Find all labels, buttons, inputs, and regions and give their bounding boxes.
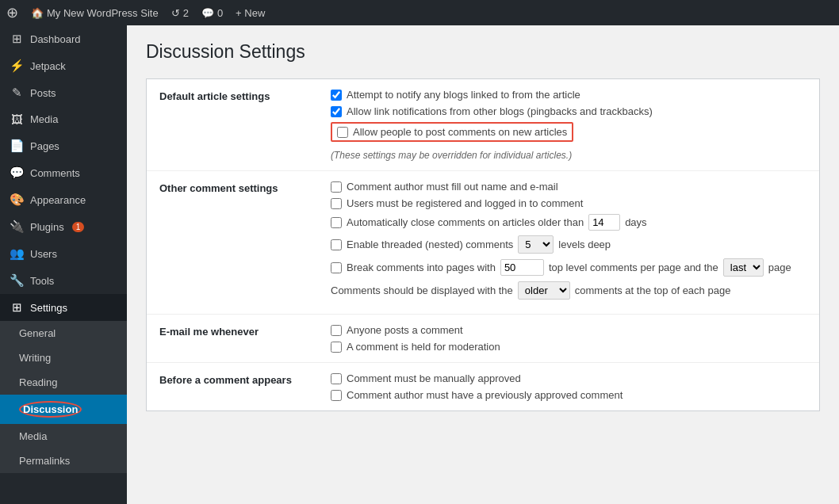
sidebar-label-general: General (19, 327, 56, 339)
default-article-content: Attempt to notify any blogs linked to fr… (331, 89, 806, 161)
page-order-select[interactable]: firstlast (723, 258, 764, 277)
anyone-posts-row: Anyone posts a comment (331, 324, 806, 336)
sidebar-label-comments: Comments (30, 167, 80, 179)
home-icon: 🏠 (31, 7, 44, 19)
break-pages-label[interactable]: Break comments into pages with (347, 262, 496, 273)
site-name-button[interactable]: 🏠 My New WordPress Site (31, 7, 159, 19)
email-me-content: Anyone posts a comment A comment is held… (331, 324, 806, 353)
sidebar-item-posts[interactable]: ✎ Posts (0, 79, 127, 106)
notify-blogs-row: Attempt to notify any blogs linked to fr… (331, 89, 806, 101)
top-of-page-label: comments at the top of each page (575, 284, 731, 296)
sidebar-item-general[interactable]: General (0, 321, 127, 346)
author-name-row: Comment author must fill out name and e-… (331, 181, 806, 193)
wp-logo-button[interactable]: ⊕ (6, 4, 18, 21)
sidebar-label-settings: Settings (30, 302, 67, 314)
sidebar-label-reading: Reading (19, 376, 57, 388)
display-order-select[interactable]: oldernewer (518, 281, 570, 300)
allow-comments-checkbox[interactable] (337, 127, 348, 138)
prev-approved-checkbox[interactable] (331, 390, 342, 401)
sidebar-label-plugins: Plugins (30, 221, 64, 233)
display-order-row: Comments should be displayed with the ol… (331, 281, 806, 300)
registered-only-checkbox[interactable] (331, 198, 342, 209)
allow-pingbacks-row: Allow link notifications from other blog… (331, 105, 806, 117)
sidebar-item-reading[interactable]: Reading (0, 370, 127, 395)
display-label: Comments should be displayed with the (331, 284, 513, 296)
held-moderation-row: A comment is held for moderation (331, 341, 806, 353)
top-level-label: top level comments per page and the (549, 262, 718, 273)
held-moderation-label[interactable]: A comment is held for moderation (347, 341, 500, 353)
comments-button[interactable]: 💬 0 (201, 7, 223, 19)
jetpack-icon: ⚡ (10, 59, 24, 73)
updates-button[interactable]: ↺ 2 (171, 7, 189, 19)
article-settings-note: (These settings may be overridden for in… (331, 150, 806, 161)
other-comments-row: Other comment settings Comment author mu… (147, 171, 819, 315)
sidebar-item-appearance[interactable]: 🎨 Appearance (0, 186, 127, 213)
allow-pingbacks-checkbox[interactable] (331, 106, 342, 117)
held-moderation-checkbox[interactable] (331, 342, 342, 353)
notify-blogs-label[interactable]: Attempt to notify any blogs linked to fr… (347, 89, 580, 101)
main-content: Discussion Settings Default article sett… (127, 25, 839, 504)
sidebar-label-discussion: Discussion (23, 403, 78, 415)
settings-table: Default article settings Attempt to noti… (146, 78, 820, 411)
sidebar-item-discussion[interactable]: Discussion (0, 395, 127, 424)
users-icon: 👥 (10, 246, 24, 261)
sidebar-item-users[interactable]: 👥 Users (0, 240, 127, 267)
wp-logo-icon: ⊕ (6, 4, 18, 21)
sidebar-label-media: Media (30, 113, 58, 125)
prev-approved-label[interactable]: Comment author must have a previously ap… (347, 389, 623, 401)
default-article-row: Default article settings Attempt to noti… (147, 79, 819, 171)
sidebar-label-tools: Tools (30, 275, 54, 287)
break-pages-checkbox[interactable] (331, 262, 342, 273)
page-title: Discussion Settings (146, 41, 820, 63)
auto-close-days-input[interactable] (588, 214, 620, 231)
updates-count: 2 (183, 7, 189, 19)
new-content-button[interactable]: + New (236, 7, 265, 19)
author-name-label[interactable]: Comment author must fill out name and e-… (347, 181, 558, 193)
auto-close-checkbox[interactable] (331, 217, 342, 228)
other-comments-content: Comment author must fill out name and e-… (331, 181, 806, 304)
sidebar: ⊞ Dashboard ⚡ Jetpack ✎ Posts 🖼 Media 📄 … (0, 25, 127, 504)
sidebar-item-dashboard[interactable]: ⊞ Dashboard (0, 25, 127, 52)
allow-pingbacks-label[interactable]: Allow link notifications from other blog… (347, 105, 653, 117)
site-name: My New WordPress Site (47, 7, 159, 19)
comments-icon: 💬 (201, 7, 214, 19)
break-pages-count-input[interactable] (500, 259, 544, 276)
email-me-row: E-mail me whenever Anyone posts a commen… (147, 315, 819, 363)
registered-only-row: Users must be registered and logged in t… (331, 197, 806, 209)
sidebar-label-dashboard: Dashboard (30, 33, 81, 45)
topbar: ⊕ 🏠 My New WordPress Site ↺ 2 💬 0 + New (0, 0, 839, 25)
auto-close-label[interactable]: Automatically close comments on articles… (347, 216, 584, 228)
sidebar-item-comments[interactable]: 💬 Comments (0, 159, 127, 186)
comments-nav-icon: 💬 (10, 166, 24, 180)
registered-only-label[interactable]: Users must be registered and logged in t… (347, 197, 583, 209)
sidebar-item-plugins[interactable]: 🔌 Plugins 1 (0, 213, 127, 240)
page-label: page (768, 262, 791, 273)
sidebar-item-permalinks[interactable]: Permalinks (0, 449, 127, 473)
allow-comments-label[interactable]: Allow people to post comments on new art… (353, 126, 567, 138)
sidebar-item-settings[interactable]: ⊞ Settings (0, 294, 127, 321)
sidebar-item-writing[interactable]: Writing (0, 346, 127, 370)
sidebar-label-pages: Pages (30, 140, 59, 152)
sidebar-item-media-sub[interactable]: Media (0, 424, 127, 449)
pages-icon: 📄 (10, 139, 24, 153)
new-label: + New (236, 7, 265, 19)
manual-approval-label[interactable]: Comment must be manually approved (347, 372, 521, 384)
settings-submenu: General Writing Reading Discussion Media… (0, 321, 127, 473)
sidebar-item-jetpack[interactable]: ⚡ Jetpack (0, 52, 127, 79)
threaded-comments-checkbox[interactable] (331, 239, 342, 250)
anyone-posts-checkbox[interactable] (331, 325, 342, 336)
author-name-checkbox[interactable] (331, 181, 342, 193)
sidebar-item-tools[interactable]: 🔧 Tools (0, 267, 127, 294)
sidebar-label-permalinks: Permalinks (19, 455, 70, 467)
anyone-posts-label[interactable]: Anyone posts a comment (347, 324, 463, 336)
appearance-icon: 🎨 (10, 193, 24, 207)
threaded-depth-select[interactable]: 12345678910 (518, 235, 554, 254)
manual-approval-row: Comment must be manually approved (331, 372, 806, 384)
comments-count: 0 (217, 7, 223, 19)
threaded-comments-label[interactable]: Enable threaded (nested) comments (347, 239, 513, 250)
media-icon: 🖼 (10, 113, 24, 126)
sidebar-item-pages[interactable]: 📄 Pages (0, 132, 127, 159)
notify-blogs-checkbox[interactable] (331, 90, 342, 101)
manual-approval-checkbox[interactable] (331, 373, 342, 384)
sidebar-item-media[interactable]: 🖼 Media (0, 106, 127, 132)
